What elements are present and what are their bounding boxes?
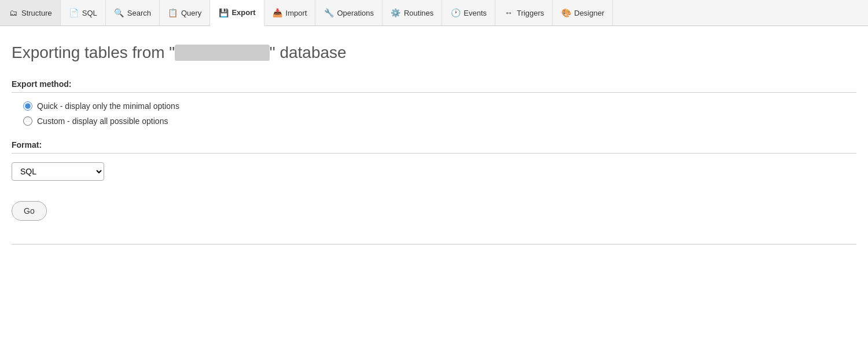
format-select[interactable]: SQLCSVJSONXMLODSExcel: [12, 162, 104, 181]
structure-icon: 🗂: [8, 8, 19, 18]
tab-structure-label: Structure: [21, 9, 52, 17]
operations-icon: 🔧: [323, 8, 334, 18]
tab-sql-label: SQL: [82, 9, 97, 17]
title-prefix: Exporting tables from ": [12, 43, 175, 61]
tab-search-label: Search: [127, 9, 151, 17]
radio-option-quick[interactable]: Quick - display only the minimal options: [23, 101, 856, 111]
triggers-icon: ↔️: [503, 8, 514, 18]
export-method-label: Export method:: [12, 79, 856, 93]
format-label: Format:: [12, 140, 856, 154]
export-method-section: Export method: Quick - display only the …: [12, 79, 856, 126]
tab-bar: 🗂Structure📄SQL🔍Search📋Query💾Export📥Impor…: [0, 0, 868, 26]
tab-structure[interactable]: 🗂Structure: [0, 0, 61, 25]
import-icon: 📥: [273, 8, 283, 18]
tab-operations[interactable]: 🔧Operations: [315, 0, 382, 25]
query-icon: 📋: [168, 8, 178, 18]
tab-import[interactable]: 📥Import: [264, 0, 316, 25]
radio-custom-label: Custom - display all possible options: [37, 116, 168, 126]
tab-designer[interactable]: 🎨Designer: [553, 0, 613, 25]
tab-search[interactable]: 🔍Search: [106, 0, 160, 25]
tab-operations-label: Operations: [337, 9, 374, 17]
tab-triggers-label: Triggers: [517, 9, 544, 17]
search-icon: 🔍: [114, 8, 124, 18]
radio-quick-label: Quick - display only the minimal options: [37, 101, 179, 111]
tab-export[interactable]: 💾Export: [210, 0, 264, 26]
designer-icon: 🎨: [561, 8, 571, 18]
tab-sql[interactable]: 📄SQL: [61, 0, 106, 25]
tab-events[interactable]: 🕐Events: [442, 0, 495, 25]
bottom-divider: [12, 244, 856, 245]
export-icon: 💾: [218, 8, 229, 18]
tab-routines-label: Routines: [404, 9, 433, 17]
format-section: Format: SQLCSVJSONXMLODSExcel: [12, 140, 856, 181]
main-content: Exporting tables from " " database Expor…: [0, 26, 868, 256]
go-button[interactable]: Go: [12, 201, 47, 221]
tab-query[interactable]: 📋Query: [160, 0, 210, 25]
tab-events-label: Events: [464, 9, 487, 17]
sql-icon: 📄: [69, 8, 79, 18]
tab-import-label: Import: [286, 9, 307, 17]
routines-icon: ⚙️: [391, 8, 401, 18]
tab-designer-label: Designer: [574, 9, 604, 17]
tab-triggers[interactable]: ↔️Triggers: [495, 0, 553, 25]
tab-query-label: Query: [181, 9, 201, 17]
radio-option-custom[interactable]: Custom - display all possible options: [23, 116, 856, 126]
db-name-redacted: [175, 45, 269, 61]
radio-quick[interactable]: [23, 101, 32, 111]
page-title: Exporting tables from " " database: [12, 43, 856, 62]
tab-export-label: Export: [231, 8, 255, 17]
radio-custom[interactable]: [23, 116, 32, 126]
tab-routines[interactable]: ⚙️Routines: [382, 0, 442, 25]
export-method-radio-group: Quick - display only the minimal options…: [12, 101, 856, 126]
events-icon: 🕐: [450, 8, 461, 18]
title-suffix: " database: [270, 43, 347, 61]
